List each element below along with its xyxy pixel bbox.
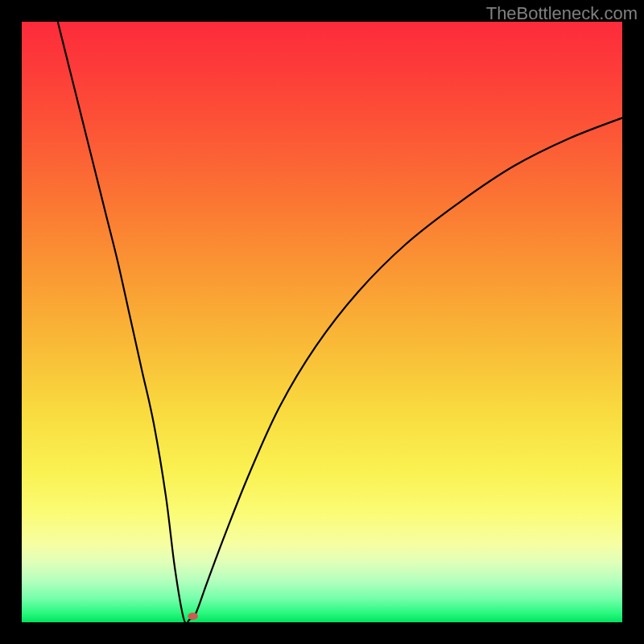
watermark-text: TheBottleneck.com — [486, 3, 638, 24]
minimum-marker — [188, 613, 198, 620]
curve-svg — [22, 22, 622, 622]
bottleneck-curve — [58, 22, 622, 624]
chart-frame: TheBottleneck.com — [0, 0, 644, 644]
plot-area — [22, 22, 622, 622]
